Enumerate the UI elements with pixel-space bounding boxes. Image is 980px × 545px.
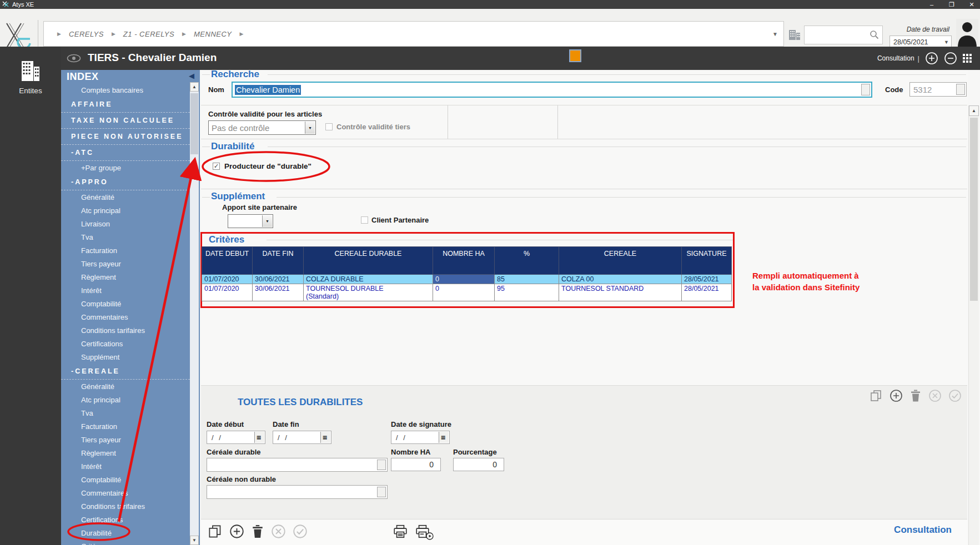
sidebar-item-g-n-ralit-[interactable]: Généralité <box>61 380 190 393</box>
cereale-non-durable-lookup-button[interactable] <box>377 487 386 497</box>
code-input[interactable]: 5312 <box>909 82 967 97</box>
sidebar-item-conditions-tarifaires[interactable]: Conditions tarifaires <box>61 324 190 337</box>
table-cell[interactable]: 95 <box>495 284 559 301</box>
table-cell[interactable]: 30/06/2021 <box>253 284 304 301</box>
print-preview-icon[interactable] <box>415 524 430 539</box>
cancel-icon[interactable] <box>928 389 942 402</box>
building-icon[interactable] <box>788 29 801 40</box>
sidebar-item-tiers-payeur[interactable]: Tiers payeur <box>61 257 190 270</box>
index-scrollbar-thumb[interactable] <box>190 93 198 154</box>
breadcrumb-caret-icon[interactable]: ▼ <box>772 31 778 37</box>
sidebar-item-r-glement[interactable]: Règlement <box>61 270 190 284</box>
sidebar-item-comptes-bancaires[interactable]: Comptes bancaires <box>61 83 190 97</box>
nombre-ha-input[interactable]: 0 <box>391 458 441 471</box>
scroll-up-icon[interactable]: ▲ <box>190 82 199 92</box>
zoom-in-icon[interactable] <box>925 52 938 65</box>
sidebar-item-facturation[interactable]: Facturation <box>61 420 190 433</box>
column-header[interactable]: DATE FIN <box>253 247 304 275</box>
close-icon[interactable]: ✕ <box>968 1 976 8</box>
sidebar-item-livraison[interactable]: Livraison <box>61 217 190 230</box>
search-icon[interactable] <box>870 30 879 39</box>
duplicate-icon[interactable] <box>870 389 883 402</box>
add-icon[interactable] <box>889 389 903 402</box>
date-fin-input[interactable]: / / ▦ <box>273 431 331 444</box>
table-cell[interactable]: 28/05/2021 <box>682 275 732 284</box>
breadcrumb-item[interactable]: Z1 - CERELYS <box>123 30 174 38</box>
sidebar-item-commentaires[interactable]: Commentaires <box>61 310 190 324</box>
column-header[interactable]: CEREALE DURABLE <box>304 247 433 275</box>
date-debut-calendar-icon[interactable]: ▦ <box>254 432 264 443</box>
column-header[interactable]: NOMBRE HA <box>433 247 495 275</box>
table-cell[interactable]: 01/07/2020 <box>202 284 253 301</box>
date-travail-input[interactable]: 28/05/2021 ▼ <box>889 36 952 48</box>
controle-dropdown-caret-icon[interactable]: ▼ <box>305 122 315 134</box>
breadcrumb[interactable]: ▶CERELYS▶Z1 - CERELYS▶MENNECY▶▼ <box>43 21 784 47</box>
avatar[interactable] <box>956 19 978 48</box>
sidebar-item-conditions-tarifaires[interactable]: Conditions tarifaires <box>61 499 190 513</box>
sidebar-item-int-r-t[interactable]: Intérêt <box>61 460 190 473</box>
grid-menu-icon[interactable] <box>963 54 972 63</box>
sidebar-item-int-r-t[interactable]: Intérêt <box>61 284 190 297</box>
breadcrumb-item[interactable]: MENNECY <box>194 30 232 38</box>
table-cell[interactable]: 28/05/2021 <box>682 284 732 301</box>
sidebar-item-g-n-ralit-[interactable]: Généralité <box>61 190 190 204</box>
sidebar-item--cereale[interactable]: -CEREALE <box>61 364 190 380</box>
sidebar-item--atc[interactable]: -ATC <box>61 145 190 161</box>
sidebar-item-crit-res[interactable]: Critères <box>61 539 190 545</box>
cancel-icon[interactable] <box>271 524 286 539</box>
cereale-durable-input[interactable] <box>207 458 388 472</box>
sidebar-item-suppl-ment[interactable]: Supplément <box>61 350 190 364</box>
table-cell[interactable]: COLZA 00 <box>559 275 682 284</box>
orange-marker[interactable] <box>569 49 581 62</box>
pourcentage-input[interactable]: 0 <box>453 458 504 471</box>
cereale-durable-lookup-button[interactable] <box>377 460 386 470</box>
collapse-left-icon[interactable]: ◀ <box>189 72 194 80</box>
table-cell[interactable]: TOURNESOL DURABLE (Standard) <box>304 284 433 301</box>
apport-dropdown-caret-icon[interactable]: ▼ <box>262 215 272 227</box>
code-lookup-button[interactable] <box>956 84 965 95</box>
sidebar-item-atc-principal[interactable]: Atc principal <box>61 393 190 406</box>
criteres-table[interactable]: DATE DEBUTDATE FINCEREALE DURABLENOMBRE … <box>202 246 732 301</box>
sidebar-item-comptabilit-[interactable]: Comptabilité <box>61 473 190 486</box>
sidebar-item-atc-principal[interactable]: Atc principal <box>61 204 190 217</box>
sidebar-item-piece-non-autorisee[interactable]: PIECE NON AUTORISEE <box>61 129 190 145</box>
main-scrollbar-thumb[interactable] <box>970 118 978 301</box>
sidebar-item-r-glement[interactable]: Règlement <box>61 446 190 460</box>
table-cell[interactable]: 0 <box>433 284 495 301</box>
column-header[interactable]: SIGNATURE <box>682 247 732 275</box>
sidebar-item-comptabilit-[interactable]: Comptabilité <box>61 297 190 310</box>
table-row[interactable]: 01/07/202030/06/2021TOURNESOL DURABLE (S… <box>202 284 732 301</box>
sidebar-item-tva[interactable]: Tva <box>61 230 190 244</box>
table-cell[interactable]: 0 <box>433 275 495 284</box>
sidebar-item-durabilit-[interactable]: Durabilité <box>61 526 190 539</box>
duplicate-icon[interactable] <box>208 524 223 539</box>
sidebar-item-tiers-payeur[interactable]: Tiers payeur <box>61 433 190 446</box>
validate-icon[interactable] <box>293 524 308 539</box>
date-debut-input[interactable]: / / ▦ <box>207 431 265 444</box>
sidebar-item-commentaires[interactable]: Commentaires <box>61 486 190 499</box>
table-cell[interactable]: 85 <box>495 275 559 284</box>
controle-dropdown[interactable]: Pas de contrôle ▼ <box>208 120 316 135</box>
index-scrollbar[interactable]: ▲ ▼ <box>190 82 199 545</box>
delete-icon[interactable] <box>909 389 922 402</box>
add-icon[interactable] <box>229 524 244 539</box>
breadcrumb-item[interactable]: CERELYS <box>69 30 104 38</box>
nom-lookup-button[interactable] <box>861 84 870 95</box>
date-fin-calendar-icon[interactable]: ▦ <box>320 432 330 443</box>
scroll-up-icon[interactable]: ▲ <box>969 105 979 116</box>
sidebar-item-tva[interactable]: Tva <box>61 406 190 420</box>
restore-icon[interactable]: ❐ <box>948 1 956 8</box>
table-cell[interactable]: 01/07/2020 <box>202 275 253 284</box>
sidebar-item-facturation[interactable]: Facturation <box>61 244 190 257</box>
sidebar-item-affaire[interactable]: AFFAIRE <box>61 97 190 113</box>
sidebar-item-certifications[interactable]: Certifications <box>61 513 190 526</box>
table-cell[interactable]: 30/06/2021 <box>253 275 304 284</box>
search-input[interactable] <box>804 26 883 44</box>
producteur-durable-checkbox[interactable]: ✓ <box>213 163 220 170</box>
column-header[interactable]: CEREALE <box>559 247 682 275</box>
print-icon[interactable] <box>393 524 408 539</box>
main-scrollbar[interactable]: ▲ <box>968 105 979 545</box>
sidebar-item--par-groupe[interactable]: +Par groupe <box>61 161 190 174</box>
sidebar-item-taxe-non-calculee[interactable]: TAXE NON CALCULEE <box>61 113 190 129</box>
nav-entites[interactable]: Entites <box>0 60 61 95</box>
